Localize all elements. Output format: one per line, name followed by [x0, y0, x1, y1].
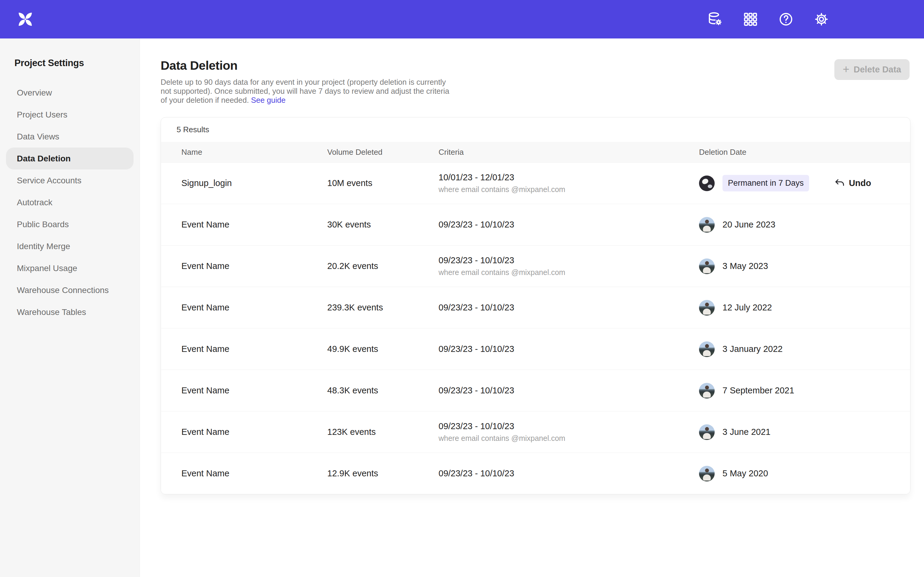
sidebar-item-service-accounts[interactable]: Service Accounts	[6, 169, 134, 192]
sidebar-item-warehouse-tables[interactable]: Warehouse Tables	[6, 301, 134, 323]
user-avatar	[699, 258, 715, 274]
sidebar-item-identity-merge[interactable]: Identity Merge	[6, 235, 134, 257]
column-header-criteria: Criteria	[439, 148, 699, 157]
row-deletion-date: 3 January 2022 Undo	[699, 342, 898, 357]
topbar-icon-group	[707, 11, 924, 27]
apps-grid-icon[interactable]	[743, 11, 758, 27]
sidebar-item-data-views[interactable]: Data Views	[6, 126, 134, 148]
row-deletion-date: 7 September 2021 Undo	[699, 383, 898, 398]
row-name: Event Name	[181, 303, 327, 313]
column-header-name: Name	[181, 148, 327, 157]
row-deletion-date: 3 June 2021 Undo	[699, 424, 898, 440]
sidebar-item-warehouse-connections[interactable]: Warehouse Connections	[6, 279, 134, 301]
row-deletion-date: 3 May 2023 Undo	[699, 258, 898, 274]
row-criteria: 09/23/23 - 10/10/23 where email contains…	[439, 255, 699, 277]
row-deletion-date: Permanent in 7 Days Undo	[699, 175, 898, 192]
results-count: 5 Results	[161, 118, 910, 142]
row-criteria: 09/23/23 - 10/10/23	[439, 385, 699, 395]
table-row: Event Name 49.9K events 09/23/23 - 10/10…	[161, 328, 910, 370]
row-criteria: 09/23/23 - 10/10/23	[439, 344, 699, 354]
page-title: Data Deletion	[161, 59, 911, 73]
app-root: Project Settings Overview Project Users …	[0, 0, 924, 577]
sidebar-item-project-users[interactable]: Project Users	[6, 104, 134, 126]
sidebar-item-label: Data Deletion	[17, 154, 71, 163]
criteria-date-range: 09/23/23 - 10/10/23	[439, 344, 699, 354]
sidebar-item-label: Warehouse Tables	[17, 308, 86, 317]
column-header-deletion-date: Deletion Date	[699, 148, 898, 157]
topbar	[0, 0, 924, 39]
user-avatar	[699, 424, 715, 440]
delete-data-label: Delete Data	[854, 64, 901, 74]
table-row: Event Name 20.2K events 09/23/23 - 10/10…	[161, 245, 910, 287]
row-criteria: 09/23/23 - 10/10/23	[439, 220, 699, 230]
user-avatar	[699, 176, 715, 191]
row-name: Event Name	[181, 385, 327, 395]
deletion-date-text: 20 June 2023	[722, 220, 775, 230]
table-header-row: Name Volume Deleted Criteria Deletion Da…	[161, 142, 910, 162]
sidebar-item-public-boards[interactable]: Public Boards	[6, 213, 134, 235]
table-row: Event Name 48.3K events 09/23/23 - 10/10…	[161, 370, 910, 411]
row-deletion-date: 20 June 2023 Undo	[699, 217, 898, 233]
row-name: Signup_login	[181, 178, 327, 188]
row-volume-deleted: 48.3K events	[327, 385, 439, 395]
sidebar-item-label: Warehouse Connections	[17, 285, 109, 295]
criteria-date-range: 10/01/23 - 12/01/23	[439, 172, 699, 182]
sidebar: Project Settings Overview Project Users …	[0, 39, 140, 577]
table-row: Event Name 239.3K events 09/23/23 - 10/1…	[161, 287, 910, 328]
criteria-date-range: 09/23/23 - 10/10/23	[439, 469, 699, 479]
row-name: Event Name	[181, 469, 327, 479]
table-row: Event Name 30K events 09/23/23 - 10/10/2…	[161, 204, 910, 245]
user-avatar	[699, 342, 715, 357]
mixpanel-logo-icon[interactable]	[18, 12, 32, 26]
criteria-filter: where email contains @mixpanel.com	[439, 185, 699, 194]
sidebar-item-label: Overview	[17, 88, 52, 98]
criteria-filter: where email contains @mixpanel.com	[439, 434, 699, 443]
settings-gear-icon[interactable]	[814, 11, 829, 27]
sidebar-item-label: Service Accounts	[17, 176, 81, 185]
help-icon[interactable]	[778, 11, 794, 27]
row-name: Event Name	[181, 220, 327, 230]
row-deletion-date: 12 July 2022 Undo	[699, 300, 898, 316]
sidebar-item-mixpanel-usage[interactable]: Mixpanel Usage	[6, 257, 134, 279]
row-volume-deleted: 20.2K events	[327, 261, 439, 271]
undo-icon	[834, 178, 845, 189]
table-body: Signup_login 10M events 10/01/23 - 12/01…	[161, 162, 910, 494]
column-header-volume-deleted: Volume Deleted	[327, 148, 439, 157]
criteria-date-range: 09/23/23 - 10/10/23	[439, 220, 699, 230]
deletion-date-text: 5 May 2020	[722, 469, 768, 479]
criteria-date-range: 09/23/23 - 10/10/23	[439, 421, 699, 431]
sidebar-item-autotrack[interactable]: Autotrack	[6, 192, 134, 213]
main-content: Data Deletion Delete up to 90 days data …	[140, 39, 924, 577]
undo-button[interactable]: Undo	[834, 178, 871, 189]
data-management-icon[interactable]	[707, 11, 723, 27]
page-description-text: Delete up to 90 days data for any event …	[161, 78, 449, 104]
deletion-date-text: 7 September 2021	[722, 385, 794, 395]
sidebar-item-label: Project Users	[17, 110, 67, 119]
user-avatar	[699, 300, 715, 316]
delete-data-button[interactable]: + Delete Data	[834, 59, 909, 80]
sidebar-item-label: Mixpanel Usage	[17, 264, 77, 273]
row-deletion-date: 5 May 2020 Undo	[699, 466, 898, 482]
row-volume-deleted: 10M events	[327, 178, 439, 188]
sidebar-item-label: Public Boards	[17, 220, 69, 229]
deletion-date-text: 3 January 2022	[722, 344, 783, 354]
sidebar-item-data-deletion[interactable]: Data Deletion	[6, 148, 134, 169]
row-criteria: 09/23/23 - 10/10/23	[439, 303, 699, 313]
see-guide-link[interactable]: See guide	[251, 96, 286, 104]
results-card: 5 Results Name Volume Deleted Criteria D…	[161, 117, 911, 494]
plus-icon: +	[843, 63, 850, 75]
criteria-date-range: 09/23/23 - 10/10/23	[439, 385, 699, 395]
status-badge: Permanent in 7 Days	[722, 175, 809, 192]
sidebar-item-label: Identity Merge	[17, 242, 70, 251]
row-criteria: 09/23/23 - 10/10/23	[439, 469, 699, 479]
row-criteria: 10/01/23 - 12/01/23 where email contains…	[439, 172, 699, 194]
user-avatar	[699, 466, 715, 482]
row-name: Event Name	[181, 344, 327, 354]
page-header: Data Deletion Delete up to 90 days data …	[161, 59, 911, 105]
undo-label: Undo	[849, 178, 871, 188]
user-avatar	[699, 217, 715, 233]
criteria-date-range: 09/23/23 - 10/10/23	[439, 303, 699, 313]
row-volume-deleted: 239.3K events	[327, 303, 439, 313]
sidebar-item-overview[interactable]: Overview	[6, 82, 134, 104]
row-name: Event Name	[181, 427, 327, 437]
